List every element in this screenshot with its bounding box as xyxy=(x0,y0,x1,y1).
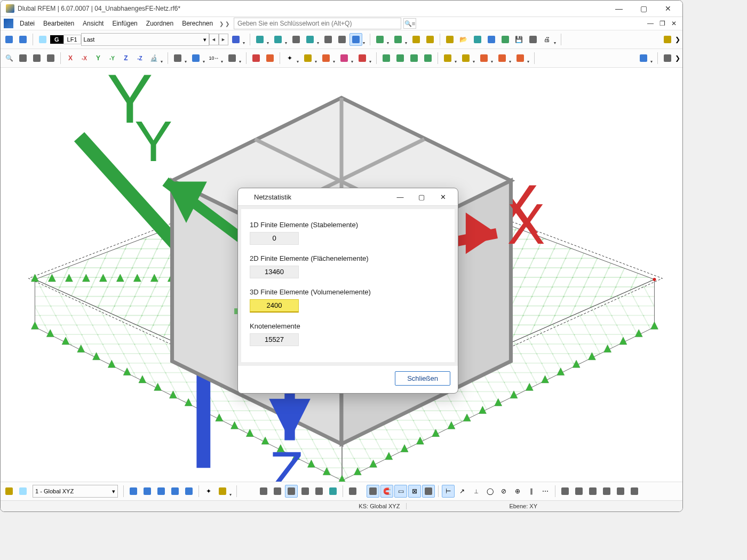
bt-guide5-icon[interactable] xyxy=(614,485,627,498)
tb-grid-icon[interactable] xyxy=(661,52,674,65)
tb-axis-z-icon[interactable]: Z xyxy=(120,52,132,65)
tb-results-u-icon[interactable] xyxy=(253,33,266,46)
tb-axis-x-icon[interactable]: X xyxy=(64,52,77,65)
tb-microscope-icon[interactable]: 🔬 xyxy=(147,52,160,65)
bt-snap-magnet-icon[interactable]: 🧲 xyxy=(380,485,393,498)
tb-axis-nz-icon[interactable]: -Z xyxy=(133,52,146,65)
toolbar-overflow-icon[interactable]: ❯ xyxy=(675,36,680,43)
tb-render-mode-icon[interactable] xyxy=(349,33,362,46)
mdi-close-button[interactable]: ✕ xyxy=(670,20,678,27)
close-button[interactable]: ✕ xyxy=(656,1,680,17)
tb-copy3-icon[interactable] xyxy=(478,52,490,65)
tb-view-eye-icon[interactable] xyxy=(374,33,386,46)
tb-save-icon[interactable]: 💾 xyxy=(513,33,526,46)
bt-guide4-icon[interactable] xyxy=(600,485,613,498)
tb-face-icon[interactable] xyxy=(30,52,43,65)
bt-workplane-icon[interactable] xyxy=(3,485,15,498)
loadcase-combo[interactable]: Last▾ xyxy=(81,33,209,46)
tb-model-icon[interactable] xyxy=(499,33,512,46)
tb-spark1-icon[interactable]: ✦ xyxy=(283,52,296,65)
bt-snap-tan-icon[interactable]: ⊘ xyxy=(497,485,510,498)
tb-block-icon[interactable] xyxy=(485,33,498,46)
bt-grid3-icon[interactable] xyxy=(285,485,298,498)
bt-snap-ext-icon[interactable]: ⋯ xyxy=(539,485,552,498)
mdi-restore-button[interactable]: ❐ xyxy=(658,20,666,27)
tb-saveas-icon[interactable] xyxy=(527,33,539,46)
toolbar-overflow-icon[interactable]: ❯ xyxy=(675,54,680,62)
viewport-3d[interactable]: X Y Z -Y -X X Y Z Netzstatistik — ▢ xyxy=(1,68,682,482)
maximize-button[interactable]: ▢ xyxy=(631,1,656,17)
bt-snap-angle-icon[interactable] xyxy=(346,485,359,498)
tb-dim-icon[interactable]: 10↔ xyxy=(208,52,220,65)
dialog-close-action-button[interactable]: Schließen xyxy=(395,371,450,386)
tb-results-val-icon[interactable] xyxy=(290,33,303,46)
bt-guide2-icon[interactable] xyxy=(573,485,585,498)
tb-section-icon[interactable] xyxy=(171,52,184,65)
tb-member-load-icon[interactable] xyxy=(17,33,29,46)
tb-new-icon[interactable] xyxy=(443,33,456,46)
dialog-minimize-button[interactable]: — xyxy=(390,193,411,201)
tb-results-smooth-icon[interactable] xyxy=(304,33,316,46)
tb-copy4-icon[interactable] xyxy=(496,52,508,65)
tb-hatch-icon[interactable] xyxy=(226,52,239,65)
tb-color-swatch[interactable] xyxy=(36,33,49,46)
tb-box3d-icon[interactable] xyxy=(17,52,29,65)
bt-snap-mid-icon[interactable]: ↗ xyxy=(456,485,468,498)
bt-a-icon[interactable] xyxy=(127,485,140,498)
bt-spark2-icon[interactable] xyxy=(216,485,229,498)
search-icon[interactable]: 🔍≡ xyxy=(403,18,416,29)
bt-grid1-icon[interactable] xyxy=(257,485,270,498)
bt-snap-grid-icon[interactable] xyxy=(422,485,435,498)
bt-guide3-icon[interactable] xyxy=(586,485,599,498)
tb-layers-icon[interactable] xyxy=(410,33,423,46)
bt-b-icon[interactable] xyxy=(141,485,154,498)
tb-copy1-icon[interactable] xyxy=(441,52,454,65)
bt-c-icon[interactable] xyxy=(155,485,168,498)
tb-view-shade-icon[interactable] xyxy=(392,33,404,46)
bt-spark-icon[interactable]: ✦ xyxy=(202,485,215,498)
tb-sup1-icon[interactable] xyxy=(380,52,393,65)
bt-snap-circ-icon[interactable]: ◯ xyxy=(483,485,496,498)
loadcase-prev-button[interactable]: ◄ xyxy=(209,34,219,45)
bt-snap-end-icon[interactable]: ⊢ xyxy=(442,485,455,498)
tb-copy2-icon[interactable] xyxy=(459,52,472,65)
bt-grid4-icon[interactable] xyxy=(299,485,312,498)
menu-edit[interactable]: Bearbeiten xyxy=(39,18,78,29)
tb-cloud-icon[interactable] xyxy=(471,33,484,46)
tb-open-icon[interactable]: 📂 xyxy=(457,33,470,46)
menu-overflow-icon[interactable]: ❯ ❯ xyxy=(217,21,232,27)
bt-grid2-icon[interactable] xyxy=(271,485,284,498)
app-menu-icon[interactable] xyxy=(4,19,13,28)
tb-filter-icon[interactable] xyxy=(637,52,650,65)
tb-copy5-icon[interactable] xyxy=(514,52,527,65)
tb-deform-icon[interactable] xyxy=(322,33,335,46)
bt-snap-x-icon[interactable]: ⊠ xyxy=(408,485,421,498)
tb-iso-icon[interactable] xyxy=(44,52,57,65)
bt-snap-perp-icon[interactable]: ⟂ xyxy=(470,485,482,498)
tb-mesh-red-icon[interactable] xyxy=(250,52,263,65)
loadcase-next-button[interactable]: ► xyxy=(219,34,228,45)
tb-loads-flag-icon[interactable] xyxy=(229,33,242,46)
mdi-minimize-button[interactable]: — xyxy=(646,20,655,27)
bt-cs-swatch[interactable] xyxy=(17,485,29,498)
menu-file[interactable]: Datei xyxy=(15,18,39,29)
tb-zoom-icon[interactable]: 🔍 xyxy=(3,52,15,65)
menu-view[interactable]: Ansicht xyxy=(78,18,108,29)
minimize-button[interactable]: — xyxy=(607,1,631,17)
loadcase-id[interactable]: LF1 xyxy=(63,35,81,44)
tb-print-icon[interactable]: 🖨 xyxy=(541,33,553,46)
tb-sup3-icon[interactable] xyxy=(408,52,420,65)
bt-eye-icon[interactable] xyxy=(327,485,339,498)
tb-plane-icon[interactable] xyxy=(189,52,202,65)
tb-mesh-orange-icon[interactable] xyxy=(264,52,276,65)
bt-snap-para-icon[interactable]: ∥ xyxy=(525,485,538,498)
tb-axis-nx-icon[interactable]: -X xyxy=(78,52,91,65)
tb-spark4-icon[interactable] xyxy=(338,52,351,65)
bt-snap-rect-icon[interactable]: ▭ xyxy=(394,485,407,498)
bt-guide6-icon[interactable] xyxy=(628,485,641,498)
bt-e-icon[interactable] xyxy=(182,485,195,498)
tb-sup2-icon[interactable] xyxy=(394,52,407,65)
menu-assign[interactable]: Zuordnen xyxy=(142,18,178,29)
bt-snap-int-icon[interactable]: ⊕ xyxy=(511,485,524,498)
tb-axis-ny-icon[interactable]: -Y xyxy=(106,52,118,65)
